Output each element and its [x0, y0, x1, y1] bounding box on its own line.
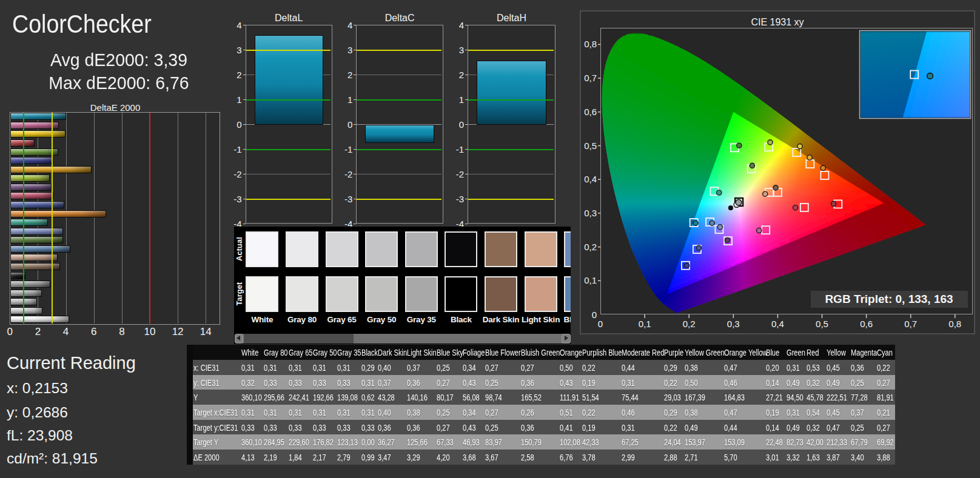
svg-text:0: 0: [598, 319, 603, 329]
svg-text:0,5: 0,5: [584, 141, 597, 151]
svg-text:0,3: 0,3: [584, 208, 597, 218]
svg-text:0,5: 0,5: [816, 319, 828, 329]
svg-text:0,6: 0,6: [584, 107, 597, 117]
svg-text:0,6: 0,6: [860, 319, 873, 329]
svg-text:RGB Triplet: 0, 133, 163: RGB Triplet: 0, 133, 163: [825, 293, 953, 305]
svg-text:0,2: 0,2: [683, 319, 696, 329]
svg-text:0,4: 0,4: [771, 319, 784, 329]
svg-text:0,8: 0,8: [584, 39, 597, 49]
svg-text:0,2: 0,2: [584, 242, 597, 252]
svg-text:0,7: 0,7: [904, 319, 917, 329]
svg-text:0,4: 0,4: [584, 174, 597, 184]
svg-text:0,8: 0,8: [948, 319, 961, 329]
svg-text:0,7: 0,7: [584, 73, 597, 83]
svg-text:0,1: 0,1: [584, 275, 597, 285]
svg-text:0,3: 0,3: [727, 319, 740, 329]
svg-text:0,1: 0,1: [639, 319, 651, 329]
svg-text:0: 0: [592, 310, 597, 320]
